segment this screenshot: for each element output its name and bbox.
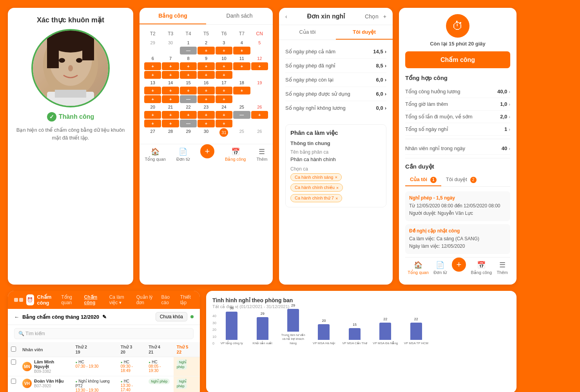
approval-tab-approve[interactable]: Tôi duyệt 2 [441,174,481,186]
footer-don-tu[interactable]: 📄 Đơn từ [176,147,190,162]
footer-tong-quan[interactable]: 🏠 Tổng quan [408,261,428,275]
date-15: 15 [180,80,197,86]
footer-don-tu[interactable]: 📄 Đơn từ [433,261,447,275]
shift-tag-1[interactable]: Ca hành chính chiều × [290,183,343,192]
edit-icon[interactable]: ✎ [102,314,107,320]
leave-body: Số ngày phép cả năm 14,5 Số ngày phép đã… [279,40,393,120]
header-actions: Chọn + [365,13,386,20]
date-9: 9 [198,55,214,62]
home-icon: 🏠 [414,261,422,269]
add-button[interactable]: + [200,144,214,158]
footer-bang-cong[interactable]: 📅 Bảng công [471,261,492,275]
success-badge: ✓ Thành công [47,112,94,122]
tab-cua-toi[interactable]: Của tôi [279,25,336,40]
remove-tag-icon[interactable]: × [336,185,339,190]
sum-row-1: Tổng giờ làm thêm 1,0 › [405,98,510,111]
row-checkbox[interactable] [11,379,16,384]
date-3: 3 [216,40,232,46]
back-icon[interactable]: ← [14,314,19,320]
bar-group: 20 VP MSA Hà Nội [310,319,337,345]
date-19: 19 [251,80,268,86]
cal-btn-4[interactable]: + [233,47,250,54]
tab-danh-sach[interactable]: Danh sách [206,8,273,24]
remove-tag-icon[interactable]: × [335,175,337,180]
footer-tong-quan[interactable]: 🏠 Tổng quan [145,147,165,162]
date-5: 5 [251,40,268,46]
search-bar[interactable]: 🔍 Tìm kiếm [14,328,194,339]
nav-quan-ly-don[interactable]: Quản lý đơn [136,294,155,305]
face-auth-card: Xác thực khuôn mặt [8,8,133,285]
day-t5: T5 [198,29,214,38]
nav-cham-cong[interactable]: Chấm công [84,294,103,305]
bottom-row: ⏰ Chấm công Tổng quan Chấm công Ca làm v… [8,291,517,392]
shift-info: HC [152,360,157,364]
emp-id: B07-3920 [34,384,63,388]
calendar-week1-dates: 29 30 1 2 3 4 5 [144,40,268,46]
sum-row-nhanvien: Nhân viên nghỉ trong ngày 40 › [405,142,510,155]
nav-ca-lam-viec[interactable]: Ca làm việc ▾ [109,294,130,305]
choose-btn[interactable]: Chọn [365,13,379,20]
footer-them[interactable]: ☰ Thêm [497,261,508,275]
shift-tag-0[interactable]: Ca hành chính sáng × [290,173,342,181]
leave-row-0: Số ngày phép cả năm 14,5 [285,45,386,59]
shift-timeout: 08:05 - 19:30 [149,364,170,373]
sum-row-2: Tổng số lần đi muộn, về sớm 2,0 › [405,111,510,123]
bar-group: 36 VP tổng công ty [218,306,245,345]
day-cn: CN [251,29,268,38]
table-row: MN Lâm Minh Nguyệt B09-3382 ● HC 07:30 -… [8,357,200,376]
bar-value: 22 [383,317,387,321]
bar-label: VP MSA Hà Nội [313,341,335,345]
date-28: 28 [162,128,179,137]
add-leave-btn[interactable]: + [383,13,386,20]
footer-bang-cong[interactable]: 📅 Bảng công [225,147,246,162]
cal-btn-2[interactable]: + [198,47,214,54]
face-circle [31,29,110,107]
add-button[interactable]: + [452,258,466,272]
select-all-checkbox[interactable] [11,347,16,352]
row-checkbox[interactable] [11,359,16,365]
chevron-icon [385,63,386,69]
tong-hop-title: Tổng hợp công [405,74,510,82]
calendar-week1-btns: — + + + [144,47,268,54]
shift-title: Phân ca làm việc [290,129,381,136]
tab-bang-cong[interactable]: Bảng công [140,8,206,24]
bar-group: 15 VP MSA Cần Thơ [341,323,368,345]
svg-rect-3 [47,37,59,68]
bar-label: VP tổng công ty [221,341,243,345]
shift-info: HC [78,360,84,364]
approval-item-1: Đề nghị cập nhật công Ca làm việc: Ca sá… [405,224,510,254]
lock-button[interactable]: Chưa khóa [156,312,187,321]
bar [257,317,268,340]
cal-btn-1[interactable]: — [180,47,197,54]
date-31[interactable]: 31 [219,128,228,137]
shift-time: 13:30 - 17:40 [121,383,143,392]
checkin-button[interactable]: Chấm công [405,51,510,68]
bar-value: 22 [414,317,418,321]
nav-thiet-lap[interactable]: Thiết lập [180,294,194,305]
shift-time: 07:30 - 19:30 [75,364,114,368]
date-24: 24 [216,104,232,110]
footer-them[interactable]: ☰ Thêm [256,147,267,162]
th-thu5: Thứ 522 [174,342,200,357]
calendar-card: Bảng công Danh sách T2 T3 T4 T5 T6 T7 CN… [140,8,273,285]
back-btn[interactable]: ‹ [285,13,287,20]
leave-tabs: Của tôi Tôi duyệt [279,25,393,40]
shift-tag-2[interactable]: Ca hành chính thứ 7 × [290,194,342,202]
att-subbar-right: Chưa khóa [156,312,194,321]
sum-row-0: Tổng công hưởng lương 40,0 › [405,85,510,98]
approval-tab-mine[interactable]: Của tôi 1 [405,174,441,186]
tab-toi-duyet[interactable]: Tôi duyệt [336,25,393,40]
approve-badge: 2 [470,177,477,183]
date-2: 2 [198,40,214,46]
leave-request-card: ‹ Đơn xin nghỉ Chọn + Của tôi Tôi duyệt … [279,8,393,285]
table-row: VH Đoàn Văn Hậu B07-3920 ● Nghỉ không lư… [8,376,200,392]
employee-cell: MN Lâm Minh Nguyệt B09-3382 [22,359,69,374]
calendar-body: T2 T3 T4 T5 T6 T7 CN 29 30 1 2 3 4 5 — +… [140,25,273,142]
cal-btn-3[interactable]: + [216,47,232,54]
remove-tag-icon[interactable]: × [335,196,338,201]
leave-badge: Nghỉ phép [177,359,187,370]
leave-row-1: Số ngày phép đã nghỉ 8,5 [285,59,386,73]
nav-bao-cao[interactable]: Báo cáo [161,294,174,305]
nav-tong-quan[interactable]: Tổng quan [61,294,78,305]
calendar-week3-btns2: + + — + + [144,95,268,103]
